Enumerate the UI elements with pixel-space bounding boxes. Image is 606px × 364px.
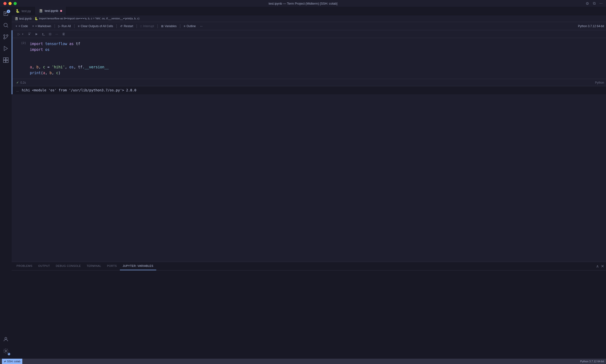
toolbar-separator-4: [137, 24, 137, 28]
arg-c: c: [56, 70, 58, 76]
status-check-icon: ✓: [16, 81, 19, 84]
status-time-display: 0.2s: [20, 81, 26, 84]
svg-point-12: [5, 350, 7, 352]
activity-icon-source-control[interactable]: [0, 31, 12, 43]
add-markdown-label: + Markdown: [35, 25, 51, 28]
add-code-button[interactable]: + + Code: [14, 24, 30, 29]
more-toolbar-button[interactable]: ···: [198, 24, 205, 29]
notebook-icon: 📓: [39, 9, 43, 13]
svg-rect-9: [3, 60, 6, 63]
panel-tab-debug-console[interactable]: DEBUG CONSOLE: [53, 262, 84, 270]
minimize-button[interactable]: [9, 2, 12, 5]
svg-point-0: [4, 23, 7, 27]
python-icon: 🐍: [15, 9, 20, 13]
add-code-label: + Code: [18, 25, 28, 28]
activity-icon-search[interactable]: [0, 19, 12, 31]
breadcrumb-item-file[interactable]: test.ipynb: [19, 17, 31, 20]
maximize-button[interactable]: [14, 2, 17, 5]
toolbar-separator-2: [74, 24, 74, 28]
activity-icon-run-debug[interactable]: [0, 43, 12, 54]
app-container: 1 ↻: [0, 7, 606, 359]
run-all-label: Run All: [62, 25, 71, 28]
tab-label-test-ipynb: test.ipynb: [45, 9, 58, 13]
svg-point-4: [7, 35, 8, 36]
activity-icon-extensions[interactable]: [0, 54, 12, 66]
variables-button[interactable]: ⊞ Variables: [159, 24, 179, 29]
cell-body: [2] import tensorflow as tf: [12, 38, 606, 79]
clear-outputs-button[interactable]: ≡ Clear Outputs of All Cells: [76, 24, 115, 29]
more-actions-icon[interactable]: ···: [599, 1, 603, 6]
output-indicator: ...: [16, 89, 19, 92]
toolbar-separator-3: [116, 24, 117, 28]
arg-b: b: [50, 70, 52, 76]
breadcrumb-snake-icon: 🐍: [34, 17, 38, 20]
run-all-button[interactable]: ▷ Run All: [56, 24, 73, 29]
panel-tabs-spacer: [156, 262, 596, 270]
svg-rect-7: [3, 58, 6, 60]
keyword-import-1: import: [30, 41, 43, 47]
panel-tab-output[interactable]: OUTPUT: [35, 262, 53, 270]
var-b: b: [36, 64, 39, 70]
activity-icon-account[interactable]: [0, 334, 12, 345]
run-all-icon: ▷: [58, 25, 60, 28]
explorer-badge: 1: [7, 10, 10, 13]
toolbar-right: Python 3.7.12 64-bit: [578, 25, 604, 28]
svg-point-11: [5, 337, 7, 339]
python-interpreter-status[interactable]: Python 3.7.12 64-bit: [580, 360, 604, 363]
cell-more-button[interactable]: ···: [54, 31, 60, 37]
interrupt-icon: □: [140, 25, 142, 28]
cell-toolbar: ▷ ▾ ⊟ ···: [12, 30, 606, 38]
layout-icon[interactable]: ⧉: [593, 1, 596, 6]
add-markdown-button[interactable]: + + Markdown: [30, 24, 53, 29]
breadcrumb-item-cell[interactable]: import tensorflow as tf↵import os↵↵↵a, b…: [39, 17, 139, 20]
cell-gutter-top: ▷ ▾: [14, 31, 26, 37]
breadcrumb-file-label: test.ipynb: [19, 17, 31, 20]
cell-output-area: ... hihi <module 'os' from '/usr/lib/pyt…: [12, 86, 606, 94]
interrupt-button[interactable]: □ Interrupt: [138, 24, 156, 29]
activity-icon-explorer[interactable]: 1: [0, 8, 12, 19]
close-button[interactable]: [3, 2, 7, 5]
panel-tab-terminal[interactable]: TERMINAL: [84, 262, 104, 270]
split-cell-button[interactable]: ⊟: [47, 31, 53, 37]
restart-label: Restart: [124, 25, 133, 28]
delete-cell-button[interactable]: [60, 31, 67, 37]
svg-rect-8: [6, 58, 8, 60]
code-cell-container: ▷ ▾ ⊟ ···: [12, 30, 606, 94]
panel-tab-jupyter-variables[interactable]: JUPYTER: VARIABLES: [120, 262, 156, 270]
module-os: os: [45, 47, 50, 52]
cell-gutter-left: [2]: [12, 38, 28, 79]
panel-tab-problems[interactable]: PROBLEMS: [14, 262, 35, 270]
run-cell-button[interactable]: [33, 31, 40, 37]
plus-markdown-icon: +: [32, 25, 34, 28]
settings-gear-icon[interactable]: ⚙: [586, 1, 589, 6]
keyword-as: as: [69, 41, 74, 47]
svg-marker-6: [4, 46, 8, 51]
tab-test-py[interactable]: 🐍 test.py: [12, 7, 35, 15]
outline-icon: ≡: [184, 25, 185, 28]
python-version-label[interactable]: Python 3.7.12 64-bit: [578, 25, 604, 28]
panel-close-button[interactable]: ✕: [601, 264, 604, 269]
editor-area: 🐍 test.py 📓 test.ipynb 📓 test.ipynb › 🐍 …: [12, 7, 606, 359]
toolbar-separator-1: [55, 24, 55, 28]
status-bar-right: Python 3.7.12 64-bit: [580, 360, 604, 363]
tab-test-ipynb[interactable]: 📓 test.ipynb: [35, 7, 66, 15]
module-tensorflow: tensorflow: [45, 41, 67, 47]
activity-icon-settings[interactable]: ↻: [0, 345, 12, 357]
panel-collapse-button[interactable]: ∧: [596, 264, 599, 269]
panel-tab-bar: PROBLEMS OUTPUT DEBUG CONSOLE TERMINAL P…: [12, 262, 606, 271]
string-hihi: 'hihi': [52, 64, 65, 70]
code-line-2: import os: [30, 47, 602, 52]
run-above-button[interactable]: [27, 31, 33, 37]
tab-bar: 🐍 test.py 📓 test.ipynb: [12, 7, 606, 15]
restart-button[interactable]: ↺ Restart: [118, 24, 135, 29]
code-editor[interactable]: import tensorflow as tf import: [28, 38, 606, 79]
builtin-print: print: [30, 70, 41, 76]
run-below-button[interactable]: [40, 31, 46, 37]
notebook-toolbar: + + Code + + Markdown ▷ Run All ≡ Clear …: [12, 22, 606, 30]
outline-button[interactable]: ≡ Outline: [182, 24, 198, 29]
panel-tab-ports[interactable]: PORTS: [104, 262, 120, 270]
cell-run-menu-button[interactable]: ▷: [17, 31, 21, 37]
code-line-5: a , b , c = 'hihi' , os , tf .__ver: [30, 64, 602, 70]
var-c: c: [43, 64, 45, 70]
remote-connection-indicator[interactable]: ⇌ SSH: colab: [2, 359, 22, 364]
